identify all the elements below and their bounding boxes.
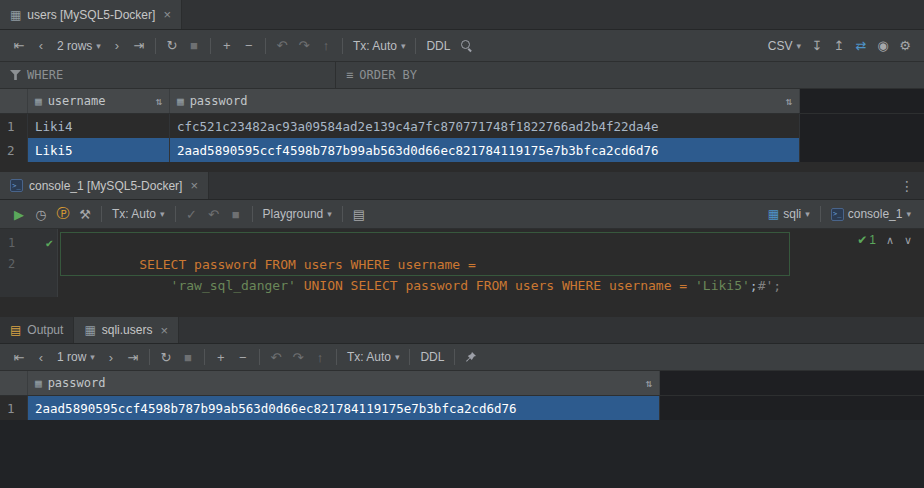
tx-mode-dropdown[interactable]: Tx: Auto ▾ bbox=[348, 39, 411, 53]
column-header-password[interactable]: ▦ password ⇅ bbox=[28, 371, 660, 395]
run-icon[interactable]: ▶ bbox=[8, 204, 30, 224]
column-header-username[interactable]: ▦ username ⇅ bbox=[28, 89, 170, 113]
success-count-value: 1 bbox=[869, 233, 876, 247]
order-by-field[interactable]: ≡ ORDER BY bbox=[336, 62, 427, 88]
first-page-button[interactable]: ⇤ bbox=[8, 36, 30, 56]
schema-dropdown[interactable]: ▦ sqli ▾ bbox=[763, 207, 815, 221]
ddl-button[interactable]: DDL bbox=[421, 39, 455, 53]
cell-password[interactable]: cfc521c23482ac93a09584ad2e139c4a7fc87077… bbox=[170, 114, 800, 138]
rollback-icon[interactable]: ↷ bbox=[287, 347, 309, 367]
revert-icon[interactable]: ↶ bbox=[271, 36, 293, 56]
cell-username[interactable]: Liki4 bbox=[28, 114, 170, 138]
sql-string-token: 'Liki5' bbox=[695, 278, 750, 293]
last-page-button[interactable]: ⇥ bbox=[128, 36, 150, 56]
schema-label: sqli bbox=[783, 207, 801, 221]
previous-page-button[interactable]: ‹ bbox=[30, 347, 52, 367]
cell-password[interactable]: 2aad5890595ccf4598b787b99ab563d0d66ec821… bbox=[170, 138, 800, 162]
commit-icon[interactable]: ✓ bbox=[181, 204, 203, 224]
toolbar-separator bbox=[409, 349, 410, 365]
search-icon[interactable] bbox=[455, 36, 477, 56]
tx-mode-dropdown[interactable]: Tx: Auto ▾ bbox=[342, 350, 405, 364]
console-tab-bar: >_ console_1 [MySQL5-Docker] × ⋮ bbox=[0, 172, 924, 200]
tab-result-grid[interactable]: ▦ sqli.users × bbox=[74, 317, 179, 343]
chevron-down-icon: ▾ bbox=[96, 41, 101, 51]
page-size-dropdown[interactable]: 1 row ▾ bbox=[52, 350, 100, 364]
import-data-icon[interactable]: ↥ bbox=[828, 36, 850, 56]
view-as-list-icon[interactable]: ▤ bbox=[348, 204, 370, 224]
compare-icon[interactable]: ⇄ bbox=[850, 36, 872, 56]
sort-icon[interactable]: ⇅ bbox=[645, 377, 652, 390]
session-dropdown[interactable]: >_ console_1 ▾ bbox=[826, 207, 916, 221]
editor-code-area[interactable]: SELECT password FROM users WHERE usernam… bbox=[58, 229, 924, 297]
revert-icon[interactable]: ↶ bbox=[265, 347, 287, 367]
profiler-icon[interactable]: Ⓟ bbox=[52, 204, 74, 224]
session-label: console_1 bbox=[848, 207, 903, 221]
first-page-button[interactable]: ⇤ bbox=[8, 347, 30, 367]
grid-row-filler bbox=[800, 114, 924, 138]
history-icon[interactable]: ◷ bbox=[30, 204, 52, 224]
submit-icon[interactable]: ↑ bbox=[309, 347, 331, 367]
reload-icon[interactable]: ↻ bbox=[161, 36, 183, 56]
add-row-button[interactable]: + bbox=[210, 347, 232, 367]
cell-password[interactable]: 2aad5890595ccf4598b787b99ab563d0d66ec821… bbox=[28, 396, 660, 420]
rollback-icon[interactable]: ↶ bbox=[203, 204, 225, 224]
sql-editor[interactable]: 1 ✔ 2 SELECT password FROM users WHERE u… bbox=[0, 229, 924, 297]
previous-statement-icon[interactable]: ∧ bbox=[886, 234, 894, 247]
next-statement-icon[interactable]: ∨ bbox=[904, 234, 912, 247]
delete-row-button[interactable]: − bbox=[232, 347, 254, 367]
sort-icon[interactable]: ⇅ bbox=[785, 95, 792, 108]
close-icon[interactable]: × bbox=[160, 323, 168, 338]
close-icon[interactable]: × bbox=[163, 7, 171, 22]
panel-gap bbox=[0, 162, 924, 172]
sort-icon[interactable]: ⇅ bbox=[155, 95, 162, 108]
export-data-icon[interactable]: ↧ bbox=[806, 36, 828, 56]
export-format-dropdown[interactable]: CSV ▾ bbox=[763, 39, 806, 53]
add-row-button[interactable]: + bbox=[216, 36, 238, 56]
table-row[interactable]: 2 Liki5 2aad5890595ccf4598b787b99ab563d0… bbox=[0, 138, 924, 162]
previous-page-button[interactable]: ‹ bbox=[30, 36, 52, 56]
ddl-label: DDL bbox=[426, 39, 450, 53]
gear-icon[interactable]: ⚙ bbox=[894, 36, 916, 56]
tab-output-label: Output bbox=[27, 323, 63, 337]
gutter-line: 1 ✔ bbox=[0, 232, 57, 253]
grid-toolbar: ⇤ ‹ 2 rows ▾ › ⇥ ↻ ■ + − ↶ ↷ ↑ Tx: Auto … bbox=[0, 30, 924, 62]
more-options-icon[interactable]: ⋮ bbox=[890, 178, 924, 194]
tab-output[interactable]: ▤ Output bbox=[0, 317, 74, 343]
next-page-button[interactable]: › bbox=[106, 36, 128, 56]
where-placeholder: WHERE bbox=[27, 68, 63, 82]
column-header-password-label: password bbox=[48, 376, 106, 390]
tab-console[interactable]: >_ console_1 [MySQL5-Docker] × bbox=[0, 172, 209, 199]
code-line[interactable]: SELECT password FROM users WHERE usernam… bbox=[61, 233, 781, 254]
success-count: ✔ 1 bbox=[857, 233, 876, 247]
cell-username[interactable]: Liki5 bbox=[28, 138, 170, 162]
stop-icon[interactable]: ■ bbox=[177, 347, 199, 367]
where-filter-field[interactable]: WHERE bbox=[0, 62, 336, 88]
column-header-password[interactable]: ▦ password ⇅ bbox=[170, 89, 800, 113]
tab-users-grid[interactable]: ▦ users [MySQL5-Docker] × bbox=[0, 0, 182, 29]
next-page-button[interactable]: › bbox=[100, 347, 122, 367]
table-row[interactable]: 1 2aad5890595ccf4598b787b99ab563d0d66ec8… bbox=[0, 396, 924, 420]
chevron-down-icon: ▾ bbox=[395, 352, 400, 362]
console-icon: >_ bbox=[10, 179, 23, 192]
close-icon[interactable]: × bbox=[190, 178, 198, 193]
submit-icon[interactable]: ↑ bbox=[315, 36, 337, 56]
toolbar-separator bbox=[415, 38, 416, 54]
table-icon: ▦ bbox=[10, 8, 21, 22]
delete-row-button[interactable]: − bbox=[238, 36, 260, 56]
tx-mode-dropdown[interactable]: Tx: Auto ▾ bbox=[107, 207, 170, 221]
pin-tab-icon[interactable] bbox=[460, 347, 482, 367]
last-page-button[interactable]: ⇥ bbox=[122, 347, 144, 367]
column-header-username-label: username bbox=[48, 94, 106, 108]
reload-icon[interactable]: ↻ bbox=[155, 347, 177, 367]
view-options-icon[interactable]: ◉ bbox=[872, 36, 894, 56]
rollback-icon[interactable]: ↷ bbox=[293, 36, 315, 56]
stop-icon[interactable]: ■ bbox=[183, 36, 205, 56]
stop-icon[interactable]: ■ bbox=[225, 204, 247, 224]
playground-dropdown[interactable]: Playground ▾ bbox=[258, 207, 337, 221]
page-size-dropdown[interactable]: 2 rows ▾ bbox=[52, 39, 106, 53]
order-by-placeholder: ORDER BY bbox=[359, 68, 417, 82]
ddl-button[interactable]: DDL bbox=[415, 350, 449, 364]
table-row[interactable]: 1 Liki4 cfc521c23482ac93a09584ad2e139c4a… bbox=[0, 114, 924, 138]
wrench-icon[interactable]: ⚒ bbox=[74, 204, 96, 224]
users-grid-header: ▦ username ⇅ ▦ password ⇅ bbox=[0, 89, 924, 114]
